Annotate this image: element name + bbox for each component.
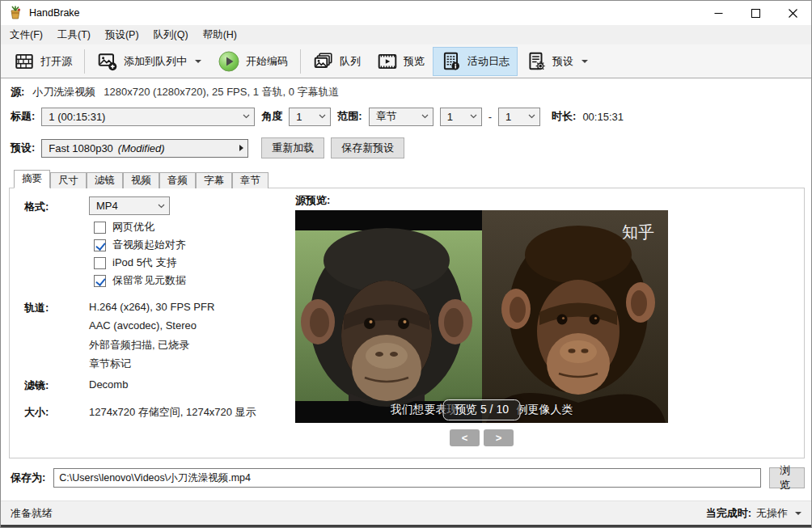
title-select[interactable]: 1 (00:15:31) — [41, 108, 255, 126]
title-row: 标题: 1 (00:15:31) 角度 1 范围: 章节 1 - 1 时长: 0… — [11, 107, 624, 126]
format-select-value: MP4 — [96, 200, 118, 212]
tab-filters[interactable]: 滤镜 — [87, 172, 123, 188]
menu-file[interactable]: 文件(F) — [2, 25, 50, 44]
add-to-queue-button[interactable]: 添加到队列中 — [89, 47, 209, 76]
presets-icon — [526, 51, 547, 72]
source-details: 1280x720 (1280x720), 25 FPS, 1 音轨, 0 字幕轨… — [104, 85, 339, 99]
chevron-down-icon — [528, 114, 535, 119]
source-label: 源: — [11, 85, 24, 99]
menu-help[interactable]: 帮助(H) — [196, 25, 244, 44]
filters-label: 滤镜: — [24, 378, 49, 393]
menu-tools[interactable]: 工具(T) — [50, 25, 98, 44]
preview-button[interactable]: 预览 — [369, 47, 433, 76]
source-name: 小刀洗澡视频 — [32, 85, 95, 99]
tab-chapters[interactable]: 章节 — [232, 172, 269, 188]
av-align-label: 音视频起始对齐 — [112, 238, 186, 252]
keep-metadata-label: 保留常见元数据 — [112, 273, 186, 288]
range-to-select[interactable]: 1 — [498, 108, 540, 126]
preview-next-button[interactable]: > — [484, 429, 514, 446]
preview-frame: 知乎 — [295, 210, 668, 423]
save-row: 保存为: 浏览 — [11, 467, 805, 488]
range-type-value: 章节 — [376, 109, 397, 124]
window-title: HandBrake — [29, 7, 80, 19]
title-select-value: 1 (00:15:31) — [49, 111, 105, 123]
size-value: 1274x720 存储空间, 1274x720 显示 — [89, 405, 256, 420]
queue-button[interactable]: 队列 — [305, 47, 369, 76]
when-done-value: 无操作 — [756, 506, 788, 521]
preset-select-value: Fast 1080p30(Modified) — [49, 142, 164, 154]
queue-icon — [313, 51, 334, 72]
tab-subtitles[interactable]: 字幕 — [196, 172, 232, 188]
tab-video[interactable]: 视频 — [123, 172, 159, 188]
browse-button[interactable]: 浏览 — [769, 467, 805, 488]
web-optimized-checkbox[interactable] — [94, 222, 106, 234]
close-icon — [789, 9, 797, 18]
zhihu-watermark: 知乎 — [622, 223, 654, 241]
range-type-select[interactable]: 章节 — [369, 108, 433, 126]
ipod-support-checkbox-row[interactable]: iPod 5代 支持 — [94, 256, 176, 270]
track-subtitle: 外部音频扫描, 已烧录 — [89, 338, 189, 353]
preview-nav: < > — [295, 429, 668, 446]
save-path-input[interactable] — [53, 468, 761, 488]
ipod-support-checkbox[interactable] — [94, 257, 106, 269]
save-as-label: 保存为: — [11, 471, 45, 485]
toolbar-separator — [300, 49, 301, 74]
add-to-queue-caret-icon — [195, 60, 201, 63]
tab-dimensions[interactable]: 尺寸 — [50, 172, 87, 188]
range-label: 范围: — [337, 109, 362, 124]
toolbar-separator — [84, 49, 85, 74]
preview-prev-button[interactable]: < — [450, 429, 480, 446]
format-select[interactable]: MP4 — [89, 196, 170, 215]
minimize-icon — [714, 9, 723, 18]
activity-log-button[interactable]: 活动日志 — [433, 47, 518, 76]
start-encode-label: 开始编码 — [246, 54, 288, 69]
av-align-checkbox[interactable] — [94, 239, 106, 251]
angle-label: 角度 — [261, 109, 282, 124]
track-chapters: 章节标记 — [89, 357, 131, 371]
chevron-down-icon — [470, 114, 477, 119]
duration-label: 时长: — [552, 109, 576, 124]
open-source-icon — [14, 51, 35, 72]
queue-label: 队列 — [340, 54, 361, 69]
handbrake-window: HandBrake 文件(F) 工具(T) 预设(P) 队列(Q) 帮助(H) — [0, 0, 812, 528]
av-align-checkbox-row[interactable]: 音视频起始对齐 — [94, 238, 186, 252]
window-controls — [700, 1, 811, 25]
status-bar: 准备就绪 当完成时: 无操作 — [1, 501, 811, 525]
range-separator: - — [488, 111, 492, 123]
source-info-row: 源: 小刀洗澡视频 1280x720 (1280x720), 25 FPS, 1… — [11, 85, 340, 99]
maximize-button[interactable] — [737, 1, 774, 25]
when-done-control[interactable]: 当完成时: 无操作 — [706, 506, 801, 521]
filters-value: Decomb — [89, 378, 128, 391]
presets-button[interactable]: 预设 — [518, 47, 596, 76]
duration-value: 00:15:31 — [582, 111, 624, 123]
preset-select[interactable]: Fast 1080p30(Modified) — [41, 139, 248, 158]
toolbar: 打开源 添加到队列中 开 — [1, 44, 811, 78]
keep-metadata-checkbox[interactable] — [94, 275, 106, 287]
angle-select[interactable]: 1 — [289, 108, 331, 126]
preset-row: 预设: Fast 1080p30(Modified) 重新加载 保存新预设 — [11, 137, 404, 158]
menu-queue[interactable]: 队列(Q) — [146, 25, 196, 44]
save-new-preset-button[interactable]: 保存新预设 — [331, 137, 404, 158]
window-bottom-edge — [1, 525, 811, 528]
open-source-button[interactable]: 打开源 — [6, 47, 80, 76]
track-video: H.264 (x264), 30 FPS PFR — [89, 301, 214, 313]
reload-preset-button[interactable]: 重新加载 — [261, 137, 324, 158]
preview-icon — [377, 51, 398, 72]
tab-strip: 摘要 尺寸 滤镜 视频 音频 字幕 章节 — [14, 170, 269, 188]
chevron-down-icon — [243, 114, 250, 119]
preview-counter-tooltip: 预览 5 / 10 — [442, 399, 521, 420]
title-bar: HandBrake — [1, 1, 811, 25]
menu-presets[interactable]: 预设(P) — [98, 25, 146, 44]
web-optimized-checkbox-row[interactable]: 网页优化 — [94, 220, 154, 234]
close-button[interactable] — [774, 1, 811, 25]
add-to-queue-label: 添加到队列中 — [124, 54, 187, 69]
minimize-button[interactable] — [700, 1, 737, 25]
keep-metadata-checkbox-row[interactable]: 保留常见元数据 — [94, 273, 186, 288]
summary-panel: 格式: MP4 网页优化 音视频起始对齐 iPod 5代 支持 保留常见元数据 … — [9, 188, 805, 458]
tracks-label: 轨道: — [24, 301, 49, 315]
start-encode-button[interactable]: 开始编码 — [209, 47, 296, 76]
tab-audio[interactable]: 音频 — [159, 172, 196, 188]
tab-summary[interactable]: 摘要 — [14, 170, 50, 188]
range-from-select[interactable]: 1 — [440, 108, 482, 126]
presets-caret-icon — [582, 60, 588, 63]
